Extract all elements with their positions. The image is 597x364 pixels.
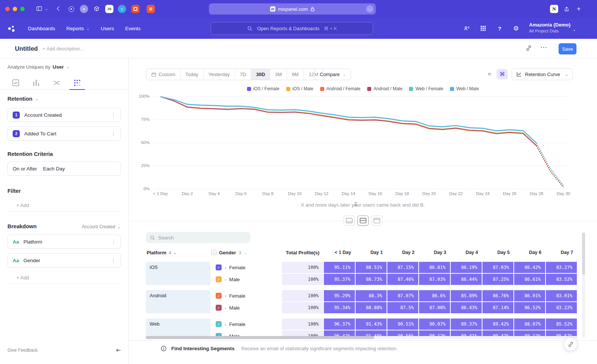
extension-red-icon[interactable] [147, 5, 155, 13]
tab-funnels[interactable] [32, 79, 40, 87]
retention-value-cell[interactable]: 86.6% [419, 290, 450, 301]
analyze-uniques-control[interactable]: Analyze Uniques by User ⌄ [7, 64, 69, 70]
page-options-icon[interactable]: ⋯ [366, 5, 373, 13]
retention-value-cell[interactable]: 88.3% [356, 290, 387, 301]
retention-value-cell[interactable]: 89.42% [482, 318, 513, 330]
tab-flows[interactable] [53, 79, 61, 87]
retention-value-cell[interactable]: 86.52% [514, 302, 545, 313]
kebab-menu-icon[interactable]: ⋮ [111, 257, 116, 263]
series-checkbox[interactable]: ✓ [216, 293, 222, 299]
retention-value-cell[interactable]: 83.01% [546, 290, 577, 301]
retention-value-cell[interactable]: 86.43% [451, 302, 482, 313]
report-title[interactable]: Untitled [15, 45, 38, 52]
retention-value-cell[interactable]: 87.07% [387, 290, 418, 301]
gender-cell[interactable]: ✓›Female [211, 262, 281, 273]
legend-item[interactable]: Web / Female [409, 86, 443, 91]
vertical-scrollbar[interactable] [582, 232, 585, 338]
nav-item-users[interactable]: Users [101, 26, 114, 31]
retention-value-cell[interactable]: 89.37% [451, 318, 482, 330]
table-only-view-toggle[interactable] [371, 216, 382, 226]
retention-value-cell[interactable]: 88.73% [356, 274, 387, 285]
zoom-window-button[interactable] [20, 7, 25, 11]
share-link-fab[interactable] [564, 338, 577, 351]
analyze-value[interactable]: User [53, 64, 64, 70]
scrollbar-thumb[interactable] [146, 336, 374, 339]
day-column-header[interactable]: Day 5 [482, 250, 514, 255]
minimize-window-button[interactable] [13, 7, 17, 11]
retention-value-cell[interactable]: 83.22% [546, 302, 577, 313]
day-column-header[interactable]: < 1 Day [324, 250, 356, 255]
tab-retention[interactable] [73, 79, 81, 87]
retention-value-cell[interactable]: 86.81% [419, 262, 450, 273]
platform-cell[interactable]: iOS [146, 262, 210, 285]
close-window-button[interactable] [5, 7, 10, 11]
address-bar[interactable]: m mixpanel.com ⋯ [209, 3, 376, 15]
retention-value-cell[interactable]: 95.11% [324, 262, 355, 273]
retention-criteria-control[interactable]: On or After Each Day [7, 161, 121, 176]
retention-value-cell[interactable]: 87.5% [387, 302, 418, 313]
project-switcher[interactable]: Amazonia {Demo} All Project Data [529, 22, 574, 34]
add-filter-button[interactable]: + Add [7, 200, 121, 211]
chevron-right-icon[interactable]: › [225, 277, 226, 282]
scrollbar-thumb[interactable] [582, 233, 585, 274]
users-report-icon[interactable] [463, 24, 471, 32]
kebab-menu-icon[interactable]: ⋮ [111, 112, 116, 118]
platform-column-header[interactable]: Platform 4 ⌄ [146, 250, 211, 255]
back-icon[interactable] [55, 5, 62, 12]
day-column-header[interactable]: Day 3 [419, 250, 451, 255]
retention-value-cell[interactable]: 86.61% [514, 274, 545, 285]
gear-icon[interactable]: ⚙ [512, 24, 520, 32]
browser-sidebar-icon[interactable] [36, 5, 43, 12]
chart-type-selector[interactable]: Retention Curve ⌄ [512, 68, 573, 80]
gender-column-header[interactable]: – Gender 3 ⌄ [211, 250, 282, 255]
criteria-mode[interactable]: On or After [13, 166, 37, 172]
retention-step-b[interactable]: 2 Added To Cart ⋮ [7, 126, 121, 141]
legend-item[interactable]: Android / Male [367, 86, 402, 91]
save-button[interactable]: Save [559, 43, 576, 54]
extension-orange-icon[interactable] [131, 5, 140, 13]
retention-value-cell[interactable]: 87.03% [482, 262, 513, 273]
legend-item[interactable]: iOS / Male [286, 86, 313, 91]
chevron-right-icon[interactable]: › [225, 265, 226, 270]
retention-value-cell[interactable]: 87.25% [482, 274, 513, 285]
chevron-down-icon[interactable]: ⌄ [45, 7, 48, 11]
share-icon[interactable] [562, 5, 571, 13]
retention-step-a[interactable]: 1 Account Created ⋮ [7, 108, 121, 122]
retention-value-cell[interactable]: 86.44% [451, 274, 482, 285]
retention-value-cell[interactable]: 96.37% [324, 318, 355, 330]
command-shortcut-icon[interactable]: ⌘ [497, 69, 508, 79]
retention-value-cell[interactable]: 87.15% [387, 262, 418, 273]
breakdown-platform[interactable]: Aa Platform ⋮ [7, 235, 121, 249]
new-tab-icon[interactable]: + [575, 5, 583, 13]
more-options-icon[interactable]: ⋯ [540, 43, 547, 51]
breakdown-applies-to[interactable]: Account Created⌄ [82, 224, 121, 229]
retention-value-cell[interactable]: 88.07% [514, 318, 545, 330]
day-column-header[interactable]: Day 6 [514, 250, 546, 255]
range-today[interactable]: Today [180, 69, 203, 80]
criteria-interval[interactable]: Each Day [43, 166, 65, 172]
global-search[interactable]: Open Reports & Dashboards ⌘ + K [211, 22, 373, 35]
extension-blue-icon[interactable]: c [118, 5, 126, 13]
chart-only-view-toggle[interactable] [344, 216, 355, 226]
table-search[interactable] [146, 232, 250, 243]
retention-value-cell[interactable]: 86.19% [451, 262, 482, 273]
total-profiles-header[interactable]: Total Profile(s) [282, 250, 324, 255]
give-feedback-link[interactable]: Give Feedback [7, 348, 38, 353]
breakdown-gender[interactable]: Aa Gender ⋮ [7, 253, 121, 267]
gender-cell[interactable]: ✓›Male [211, 302, 281, 313]
retention-value-cell[interactable]: 83.27% [546, 262, 577, 273]
range-3m[interactable]: 3M [270, 69, 287, 80]
tab-insights[interactable] [12, 79, 20, 87]
indeterminate-checkbox[interactable]: – [211, 250, 216, 255]
platform-cell[interactable]: Android [146, 290, 210, 313]
chevron-right-icon[interactable]: › [225, 321, 226, 327]
legend-item[interactable]: Web / Male [450, 86, 479, 91]
kebab-menu-icon[interactable]: ⋮ [111, 131, 116, 136]
legend-item[interactable]: iOS / Female [247, 86, 279, 91]
retention-value-cell[interactable]: 95.34% [324, 302, 355, 313]
retention-value-cell[interactable]: 86.42% [514, 262, 545, 273]
day-column-header[interactable]: Day 4 [451, 250, 482, 255]
collapse-sidebar-icon[interactable]: ⇤ [116, 347, 121, 354]
day-column-header[interactable]: Day 7 [546, 250, 578, 255]
extension-n-icon[interactable]: n [80, 5, 88, 13]
